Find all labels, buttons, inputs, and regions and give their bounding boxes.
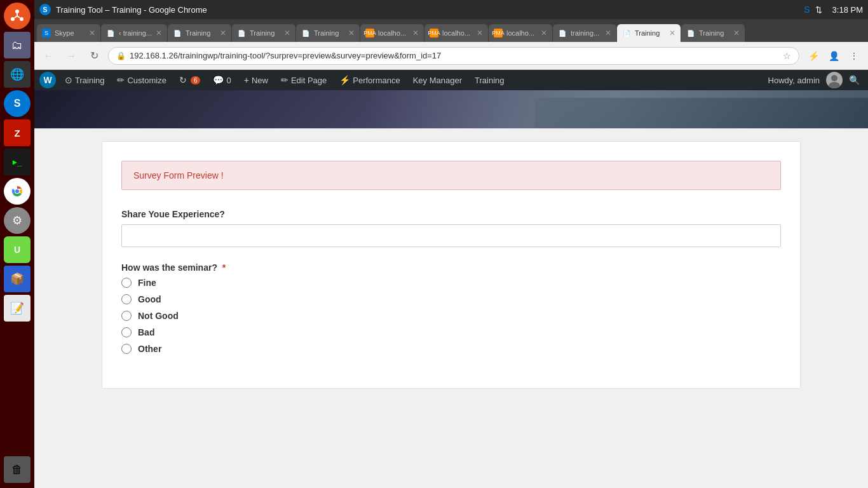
tab-training6-label: Training [699, 29, 724, 37]
radio-good-input[interactable] [121, 294, 132, 304]
performance-icon: ⚡ [339, 75, 350, 85]
radio-bad[interactable]: Bad [121, 327, 781, 337]
tab-training4[interactable]: 📄 training... ✕ [553, 24, 616, 42]
tab-skype-label: Skype [55, 29, 74, 37]
files-icon[interactable]: 🗂 [4, 32, 31, 58]
blue-app-icon[interactable]: 📦 [4, 266, 31, 292]
seminar-rating-group: How was the seminar? * Fine Good Not Goo… [121, 262, 781, 354]
tab-training2-close[interactable]: ✕ [284, 29, 290, 37]
skype-tray-icon: S [804, 4, 810, 15]
ubuntu-icon[interactable] [4, 3, 31, 29]
tab-training2-label: Training [250, 29, 275, 37]
admin-item-comments[interactable]: 💬 0 [207, 70, 237, 90]
radio-fine-input[interactable] [121, 278, 132, 288]
training-site-icon: ⊙ [65, 75, 72, 85]
tab-training6-close[interactable]: ✕ [733, 29, 740, 37]
radio-other-label: Other [138, 344, 161, 354]
tab-skype-close[interactable]: ✕ [89, 29, 95, 37]
radio-other-input[interactable] [121, 344, 132, 354]
admin-item-training-menu[interactable]: Training [468, 70, 510, 90]
tab-localhost1-close[interactable]: ✕ [412, 29, 419, 37]
tab-localhost3-favicon: PMA [494, 29, 503, 37]
tab-ctraining-favicon: 📄 [106, 29, 115, 37]
upwork-icon[interactable]: U [4, 236, 31, 263]
tab-training1[interactable]: 📄 Training ✕ [168, 24, 231, 42]
filezilla-icon[interactable]: Z [4, 119, 31, 146]
tab-training6[interactable]: 📄 Training ✕ [681, 24, 745, 42]
tab-localhost2[interactable]: PMA localho... ✕ [424, 24, 488, 42]
browser-actions: ⚡ 👤 ⋮ [804, 47, 863, 65]
seminar-rating-label: How was the seminar? * [121, 262, 781, 273]
tab-bar: S Skype ✕ 📄 ‹ training... ✕ 📄 Training ✕… [34, 19, 868, 42]
share-experience-label: Share Youe Experience? [121, 209, 781, 219]
settings-icon[interactable]: ⚙ [4, 207, 31, 234]
menu-button[interactable]: ⋮ [845, 47, 863, 65]
performance-label: Performance [353, 76, 400, 85]
radio-bad-input[interactable] [121, 327, 132, 337]
preview-notice: Survey Form Preview ! [121, 161, 781, 190]
admin-item-key-manager[interactable]: Key Manager [407, 70, 468, 90]
tab-training5[interactable]: 📄 Training ✕ [617, 24, 681, 42]
admin-item-performance[interactable]: ⚡ Performance [333, 70, 406, 90]
share-experience-input[interactable] [121, 224, 781, 247]
svg-point-2 [20, 17, 24, 21]
tab-ctraining-close[interactable]: ✕ [156, 29, 162, 37]
comments-count: 0 [226, 76, 231, 85]
tab-ctraining[interactable]: 📄 ‹ training... ✕ [101, 24, 167, 42]
url-bar[interactable]: 🔒 192.168.1.26/trainingwp/training-tool/… [108, 47, 799, 65]
radio-good[interactable]: Good [121, 294, 781, 304]
forward-button[interactable]: → [62, 47, 80, 65]
svg-point-10 [831, 75, 837, 81]
admin-item-training-site[interactable]: ⊙ Training [58, 70, 111, 90]
radio-other[interactable]: Other [121, 344, 781, 354]
tab-localhost1[interactable]: PMA localho... ✕ [360, 24, 424, 42]
svg-point-3 [11, 17, 15, 21]
bookmark-icon[interactable]: ☆ [783, 51, 791, 61]
admin-item-customize[interactable]: ✏ Customize [111, 70, 172, 90]
tab-ctraining-label: ‹ training... [119, 29, 152, 37]
admin-item-new[interactable]: + New [238, 70, 275, 90]
comments-icon: 💬 [213, 75, 224, 85]
tab-training3[interactable]: 📄 Training ✕ [296, 24, 360, 42]
skype-icon[interactable]: S [4, 90, 31, 117]
chrome-icon[interactable] [4, 178, 31, 205]
tab-training3-favicon: 📄 [301, 29, 310, 37]
customize-icon: ✏ [117, 75, 125, 85]
radio-fine-label: Fine [138, 278, 156, 288]
tab-training5-close[interactable]: ✕ [669, 29, 675, 37]
tab-training3-close[interactable]: ✕ [348, 29, 355, 37]
tab-training2[interactable]: 📄 Training ✕ [232, 24, 295, 42]
title-favicon: S [39, 4, 51, 15]
radio-not-good[interactable]: Not Good [121, 311, 781, 321]
avatar[interactable] [826, 72, 843, 88]
trash-icon[interactable]: 🗑 [4, 456, 31, 483]
admin-item-edit-page[interactable]: ✏ Edit Page [275, 70, 333, 90]
tab-localhost3[interactable]: PMA localho... ✕ [489, 24, 552, 42]
tab-training1-close[interactable]: ✕ [220, 29, 226, 37]
radio-not-good-input[interactable] [121, 311, 132, 321]
howdy-text: Howdy, admin [768, 76, 820, 85]
extensions-button[interactable]: ⚡ [804, 47, 822, 65]
gedit-icon[interactable]: 📝 [4, 295, 31, 322]
seminar-radio-group: Fine Good Not Good Bad [121, 278, 781, 354]
tab-localhost3-close[interactable]: ✕ [541, 29, 547, 37]
wp-logo[interactable]: W [39, 72, 56, 88]
hero-banner [34, 90, 868, 128]
reload-button[interactable]: ↻ [85, 47, 103, 65]
admin-search-button[interactable]: 🔍 [845, 71, 863, 89]
radio-bad-label: Bad [138, 327, 154, 337]
browser-icon[interactable]: 🌐 [4, 61, 31, 88]
radio-good-label: Good [138, 294, 161, 304]
radio-fine[interactable]: Fine [121, 278, 781, 288]
tab-localhost2-close[interactable]: ✕ [477, 29, 483, 37]
admin-item-updates[interactable]: ↻ 6 [173, 70, 207, 90]
svg-point-1 [15, 10, 19, 13]
tab-skype[interactable]: S Skype ✕ [37, 24, 100, 42]
profile-button[interactable]: 👤 [825, 47, 843, 65]
tab-training4-close[interactable]: ✕ [605, 29, 611, 37]
window-controls: S ⇅ 3:18 PM [804, 4, 863, 15]
tab-training2-favicon: 📄 [237, 29, 246, 37]
tab-localhost3-label: localho... [506, 29, 534, 37]
back-button[interactable]: ← [39, 47, 57, 65]
terminal-icon[interactable]: ▶_ [4, 149, 31, 175]
